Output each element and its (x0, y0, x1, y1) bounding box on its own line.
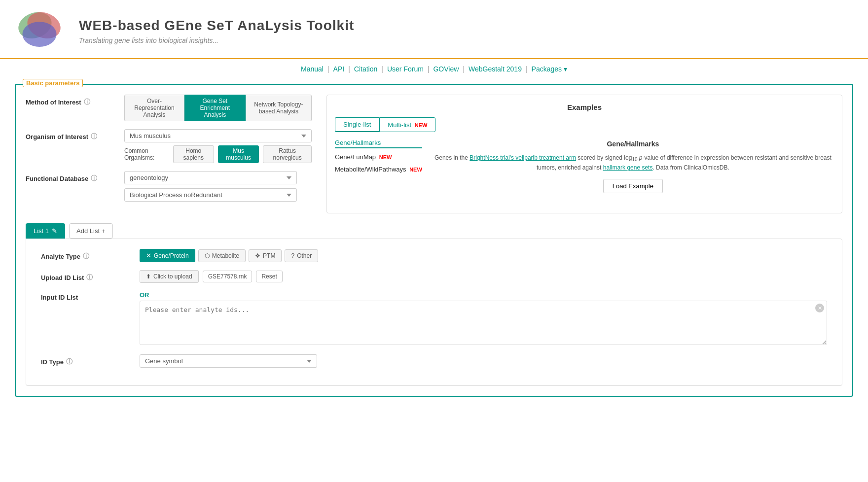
list-1-tab[interactable]: List 1 ✎ (26, 223, 65, 239)
common-organisms-label: Common Organisms: (124, 147, 169, 161)
functional-db-select[interactable]: geneontology pathway network (124, 171, 297, 184)
org-btn-homo[interactable]: Homo sapiens (173, 145, 214, 163)
clear-textarea-button[interactable]: ✕ (815, 304, 824, 312)
analyte-help-icon[interactable]: ⓘ (83, 252, 89, 261)
functional-db-help-icon[interactable]: ⓘ (91, 174, 97, 183)
id-type-select[interactable]: Gene symbol Entrez Gene ID Ensembl Gene … (140, 354, 317, 368)
id-textarea[interactable] (140, 301, 827, 345)
upload-id-list-row: Upload ID List ⓘ ⬆ Click to upload GSE77… (41, 270, 827, 283)
upload-arrow-icon: ⬆ (146, 273, 151, 280)
organism-dropdown[interactable]: Mus musculus Homo sapiens Rattus norvegi… (124, 129, 312, 142)
analyte-btn-metabolite[interactable]: ⬡ Metabolite (198, 249, 246, 262)
organism-row: Organism of Interest ⓘ Mus musculus Homo… (26, 129, 312, 163)
list-tabs: List 1 ✎ Add List + (26, 223, 842, 239)
nav-sep-2: | (348, 65, 350, 73)
basic-params-box: Basic parameters Method of Interest ⓘ Ov… (15, 84, 853, 397)
method-of-interest-row: Method of Interest ⓘ Over-Representation… (26, 95, 312, 121)
functional-db-label: Functional Database ⓘ (26, 171, 124, 183)
analyte-btn-gene[interactable]: ✕ Gene/Protein (140, 249, 195, 262)
org-btn-rattus[interactable]: Rattus norvegicus (263, 145, 312, 163)
analyte-btn-other[interactable]: ? Other (285, 249, 318, 262)
example-funmap[interactable]: Gene/FunMap NEW (335, 153, 422, 161)
method-btn-ora[interactable]: Over-Representation Analysis (124, 95, 184, 121)
nav-sep-6: | (526, 65, 528, 73)
id-type-label: ID Type ⓘ (41, 354, 140, 366)
examples-list: Gene/Hallmarks Gene/FunMap NEW Metabolit… (335, 139, 834, 193)
examples-detail: Gene/Hallmarks Genes in the BrightNess t… (432, 139, 834, 193)
ptm-icon: ❖ (255, 252, 260, 259)
upload-button[interactable]: ⬆ Click to upload (140, 270, 199, 283)
examples-tab-multi[interactable]: Multi-list NEW (379, 117, 435, 132)
upload-controls: ⬆ Click to upload GSE77578.rnk Reset (140, 270, 827, 283)
nav-webgestalt[interactable]: WebGestalt 2019 (469, 65, 522, 73)
nav-sep-3: | (381, 65, 383, 73)
metabolite-new-badge: NEW (409, 167, 422, 172)
nav-bar: Manual | API | Citation | User Forum | G… (0, 59, 868, 79)
or-text: OR (140, 291, 149, 299)
gene-icon: ✕ (146, 252, 151, 259)
reset-button[interactable]: Reset (256, 271, 282, 282)
nav-citation[interactable]: Citation (354, 65, 377, 73)
svg-point-2 (22, 22, 56, 47)
nav-sep-4: | (428, 65, 430, 73)
common-organisms: Common Organisms: Homo sapiens Mus muscu… (124, 145, 312, 163)
method-help-icon[interactable]: ⓘ (84, 98, 90, 106)
examples-title: Examples (335, 103, 834, 111)
input-id-controls: OR ✕ (140, 291, 827, 346)
id-type-help-icon[interactable]: ⓘ (66, 357, 72, 366)
analyte-btn-ptm[interactable]: ❖ PTM (249, 249, 282, 262)
logo-icon (15, 9, 64, 51)
app-subtitle: Translating gene lists into biological i… (79, 36, 354, 44)
uploaded-filename: GSE77578.rnk (203, 271, 253, 282)
method-label: Method of Interest ⓘ (26, 95, 124, 106)
examples-sidebar: Gene/Hallmarks Gene/FunMap NEW Metabolit… (335, 139, 422, 193)
method-buttons: Over-Representation Analysis Gene Set En… (124, 95, 312, 121)
id-type-row: ID Type ⓘ Gene symbol Entrez Gene ID Ens… (41, 354, 827, 368)
example-detail-title: Gene/Hallmarks (432, 139, 834, 149)
upload-id-list-label: Upload ID List ⓘ (41, 270, 140, 282)
add-list-button[interactable]: Add List + (69, 223, 113, 239)
organism-controls: Mus musculus Homo sapiens Rattus norvegi… (124, 129, 312, 163)
functional-db-row: Functional Database ⓘ geneontology pathw… (26, 171, 312, 206)
functional-db-sub-select[interactable]: Biological Process noRedundant Biologica… (124, 188, 297, 202)
textarea-wrapper: ✕ (140, 301, 827, 346)
nav-packages[interactable]: Packages ▾ (532, 65, 567, 73)
list-1-pencil-icon: ✎ (52, 227, 57, 235)
nav-manual[interactable]: Manual (301, 65, 324, 73)
analyte-buttons: ✕ Gene/Protein ⬡ Metabolite ❖ PTM ? (140, 249, 827, 262)
input-id-list-row: Input ID List OR ✕ (41, 291, 827, 346)
example-hallmarks[interactable]: Gene/Hallmarks (335, 139, 422, 148)
hallmark-link[interactable]: hallmark gene sets (603, 164, 653, 171)
nav-api[interactable]: API (333, 65, 345, 73)
functional-db-controls: geneontology pathway network Biological … (124, 171, 312, 206)
organism-label: Organism of Interest ⓘ (26, 129, 124, 141)
analyte-type-label: Analyte Type ⓘ (41, 249, 140, 261)
nav-sep-1: | (327, 65, 329, 73)
app-title: WEB-based GEne SeT AnaLysis Toolkit (79, 18, 354, 34)
funmap-new-badge: NEW (379, 154, 392, 160)
metabolite-icon: ⬡ (205, 252, 210, 259)
input-id-list-label: Input ID List (41, 291, 140, 301)
examples-panel: Examples Single-list Multi-list NEW Gene… (326, 95, 842, 213)
load-example-button[interactable]: Load Example (603, 179, 663, 193)
org-btn-mus[interactable]: Mus musculus (218, 145, 259, 163)
upload-help-icon[interactable]: ⓘ (86, 273, 93, 282)
organism-help-icon[interactable]: ⓘ (91, 132, 97, 141)
analyte-type-row: Analyte Type ⓘ ✕ Gene/Protein ⬡ Metaboli… (41, 249, 827, 262)
add-list-plus-icon: + (102, 227, 106, 235)
nav-goview[interactable]: GOView (433, 65, 459, 73)
list-1-label: List 1 (34, 227, 49, 235)
examples-tabs: Single-list Multi-list NEW (335, 117, 834, 132)
examples-tab-single[interactable]: Single-list (335, 117, 379, 132)
brightness-link[interactable]: BrightNess trial's veliparib treatment a… (470, 154, 576, 161)
list-content: Analyte Type ⓘ ✕ Gene/Protein ⬡ Metaboli… (26, 239, 842, 386)
other-icon: ? (291, 252, 294, 259)
list-section: List 1 ✎ Add List + Analyte Type ⓘ (26, 223, 842, 386)
nav-user-forum[interactable]: User Forum (387, 65, 424, 73)
method-btn-nta[interactable]: Network Topology-based Analysis (246, 95, 312, 121)
example-metabolite[interactable]: Metabolite/WikiPathways NEW (335, 166, 422, 173)
add-list-label: Add List (76, 227, 100, 235)
method-btn-gsea[interactable]: Gene Set Enrichment Analysis (184, 95, 246, 121)
params-left: Method of Interest ⓘ Over-Representation… (26, 95, 312, 213)
method-controls: Over-Representation Analysis Gene Set En… (124, 95, 312, 121)
